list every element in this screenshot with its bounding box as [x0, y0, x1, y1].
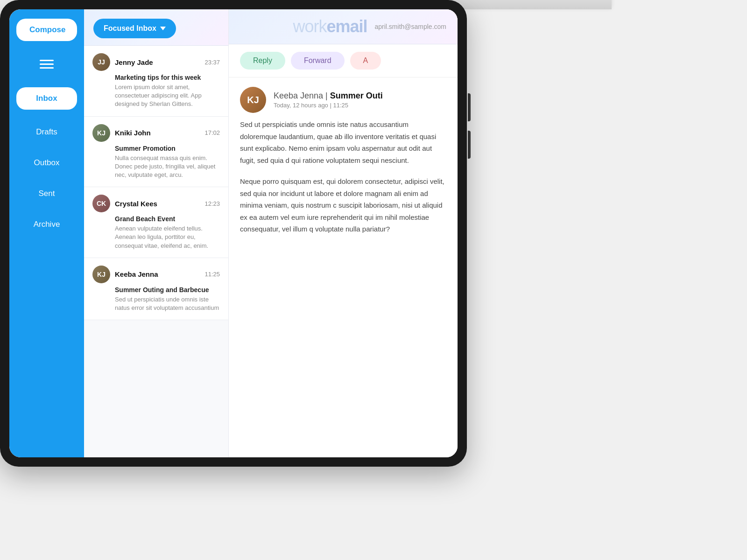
email-item-3[interactable]: CK Crystal Kees 12:23 Grand Beach Event …: [84, 187, 228, 258]
avatar-jenny: JJ: [92, 53, 110, 71]
email-subject-3: Grand Beach Event: [115, 215, 220, 223]
email-time-3: 12:23: [204, 200, 220, 207]
volume-button: [468, 93, 471, 121]
avatar-crystal-inner: CK: [92, 195, 110, 212]
sidebar-item-drafts[interactable]: Drafts: [9, 124, 84, 140]
avatar-keeba: KJ: [92, 266, 110, 283]
email-body-p2: Neque porro quisquam est, qui dolorem co…: [240, 175, 446, 235]
user-email: april.smith@sample.com: [375, 23, 446, 30]
subject-separator: |: [325, 91, 330, 100]
email-item-1[interactable]: JJ Jenny Jade 23:37 Marketing tips for t…: [84, 46, 228, 117]
detail-avatar-inner: KJ: [240, 87, 266, 113]
detail-header: workemail april.smith@sample.com: [229, 9, 458, 44]
forward-button[interactable]: Forward: [291, 52, 345, 70]
email-item-4[interactable]: KJ Keeba Jenna 11:25 Summer Outing and B…: [84, 258, 228, 320]
sender-name-3: Crystal Kees: [115, 200, 204, 208]
detail-subject: Summer Outi: [330, 91, 383, 100]
action-bar: Reply Forward A: [229, 44, 458, 77]
avatar-kniki-inner: KJ: [92, 124, 110, 142]
email-subject-2: Summer Promotion: [115, 145, 220, 152]
detail-sender-name: Keeba Jenna | Summer Outi: [274, 91, 383, 101]
sender-name-1: Jenny Jade: [115, 58, 204, 66]
avatar-kniki: KJ: [92, 124, 110, 142]
email-content-header: KJ Keeba Jenna | Summer Outi Today, 12 h…: [229, 77, 458, 119]
chevron-down-icon: [160, 27, 166, 30]
email-subject-4: Summer Outing and Barbecue: [115, 286, 220, 294]
hamburger-line-2: [40, 63, 54, 65]
email-body: Sed ut perspiciatis unde omnis iste natu…: [229, 119, 458, 256]
tablet-frame: Compose Inbox Drafts Outbox Sent Archive…: [0, 0, 467, 467]
email-time-2: 17:02: [204, 129, 220, 136]
detail-timestamp: Today, 12 hours ago | 11:25: [274, 102, 383, 109]
email-item-2-header: KJ Kniki John 17:02: [92, 124, 220, 142]
email-items: JJ Jenny Jade 23:37 Marketing tips for t…: [84, 46, 228, 457]
compose-button[interactable]: Compose: [16, 19, 77, 41]
volume-button-2: [468, 131, 471, 159]
email-subject-1: Marketing tips for this week: [115, 74, 220, 81]
workemail-brand: workemail: [293, 17, 367, 36]
sender-info: Keeba Jenna | Summer Outi Today, 12 hour…: [274, 91, 383, 109]
email-item-1-header: JJ Jenny Jade 23:37: [92, 53, 220, 71]
reply-button[interactable]: Reply: [240, 52, 285, 70]
avatar-crystal: CK: [92, 195, 110, 212]
list-panel-header: Focused Inbox: [84, 9, 228, 46]
hamburger-line-3: [40, 67, 54, 69]
hamburger-icon[interactable]: [40, 60, 54, 69]
detail-sender-avatar: KJ: [240, 87, 266, 113]
hamburger-line-1: [40, 60, 54, 61]
email-body-p1: Sed ut perspiciatis unde omnis iste natu…: [240, 119, 446, 166]
brand-work: work: [293, 17, 326, 36]
sidebar-item-outbox[interactable]: Outbox: [9, 154, 84, 171]
email-item-3-header: CK Crystal Kees 12:23: [92, 195, 220, 212]
focused-inbox-button[interactable]: Focused Inbox: [93, 19, 176, 38]
sender-name-2: Kniki John: [115, 129, 204, 137]
email-preview-1: Lorem ipsum dolor sit amet, consectetuer…: [115, 83, 220, 109]
email-time-1: 23:37: [204, 59, 220, 66]
email-preview-3: Aenean vulputate eleifend tellus. Aenean…: [115, 224, 220, 250]
avatar-keeba-inner: KJ: [92, 266, 110, 283]
sidebar: Compose Inbox Drafts Outbox Sent Archive: [9, 9, 84, 457]
sidebar-item-sent[interactable]: Sent: [9, 185, 84, 202]
email-list-panel: Focused Inbox JJ Jenny Jade 23:37: [84, 9, 229, 457]
focused-inbox-label: Focused Inbox: [104, 24, 156, 33]
email-detail-panel: workemail april.smith@sample.com Reply F…: [229, 9, 458, 457]
tablet-screen: Compose Inbox Drafts Outbox Sent Archive…: [9, 9, 458, 457]
email-preview-4: Sed ut perspiciatis unde omnis iste natu…: [115, 295, 220, 312]
avatar-jenny-inner: JJ: [92, 53, 110, 71]
sender-name-4: Keeba Jenna: [115, 270, 204, 278]
email-time-4: 11:25: [204, 271, 220, 278]
app-layout: Compose Inbox Drafts Outbox Sent Archive…: [9, 9, 458, 457]
email-item-4-header: KJ Keeba Jenna 11:25: [92, 266, 220, 283]
archive-button[interactable]: A: [350, 52, 381, 70]
email-preview-2: Nulla consequat massa quis enim. Donec p…: [115, 154, 220, 180]
email-item-2[interactable]: KJ Kniki John 17:02 Summer Promotion Nul…: [84, 117, 228, 188]
sidebar-item-archive[interactable]: Archive: [9, 216, 84, 233]
brand-email: email: [326, 17, 367, 36]
inbox-button[interactable]: Inbox: [16, 87, 77, 110]
